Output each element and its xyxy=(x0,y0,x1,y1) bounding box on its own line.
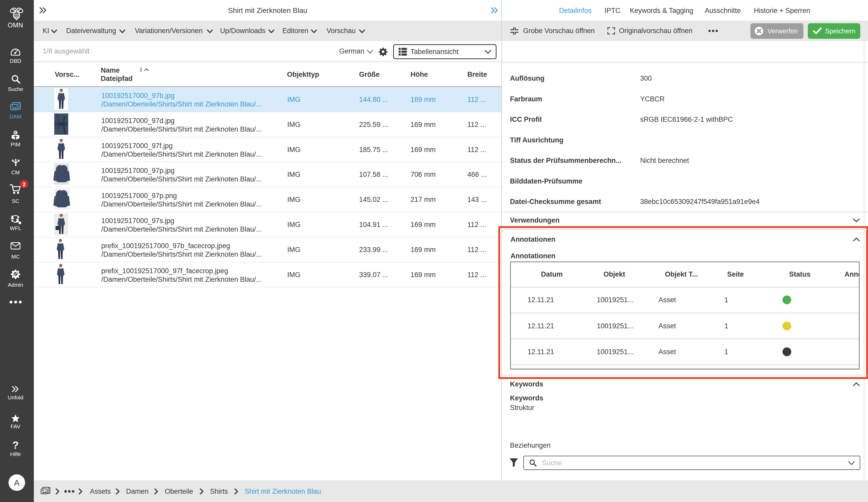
svg-text:P: P xyxy=(14,131,17,135)
